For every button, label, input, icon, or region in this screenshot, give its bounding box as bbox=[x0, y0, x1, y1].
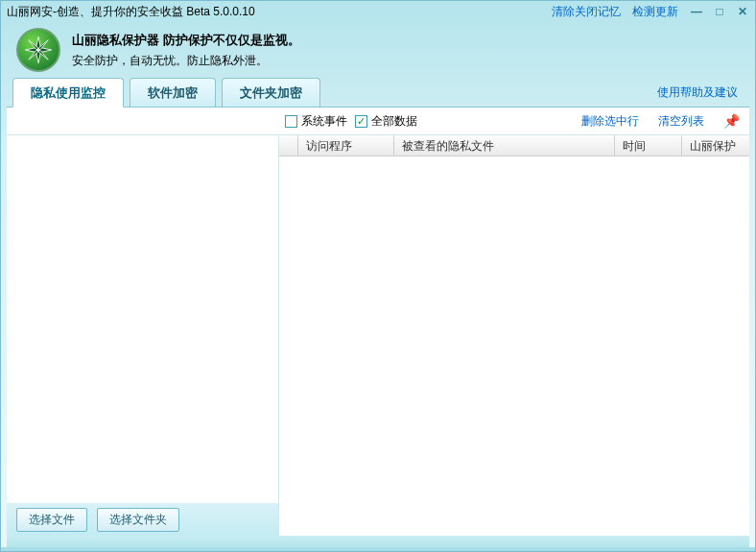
table-header: 访问程序 被查看的隐私文件 时间 山丽保护 bbox=[279, 135, 749, 156]
select-folder-button[interactable]: 选择文件夹 bbox=[97, 508, 179, 532]
help-suggestions-link[interactable]: 使用帮助及建议 bbox=[657, 84, 738, 101]
clear-close-memory-link[interactable]: 清除关闭记忆 bbox=[552, 4, 621, 20]
window-controls: — □ ✕ bbox=[690, 5, 749, 18]
clear-list-link[interactable]: 清空列表 bbox=[658, 113, 704, 130]
left-buttons-bar: 选择文件 选择文件夹 bbox=[7, 503, 278, 536]
maximize-button[interactable]: □ bbox=[713, 5, 726, 18]
minimize-button[interactable]: — bbox=[690, 5, 703, 18]
system-events-label: 系统事件 bbox=[301, 113, 347, 130]
banner: 山丽隐私保护器 防护保护不仅仅是监视。 安全防护，自动无忧。防止隐私外泄。 bbox=[1, 22, 755, 78]
tab-folder-encrypt[interactable]: 文件夹加密 bbox=[222, 78, 320, 107]
close-button[interactable]: ✕ bbox=[736, 5, 749, 18]
titlebar: 山丽网安-创造、提升你的安全收益 Beta 5.0.0.10 清除关闭记忆 检测… bbox=[1, 1, 755, 22]
window-title: 山丽网安-创造、提升你的安全收益 Beta 5.0.0.10 bbox=[7, 4, 255, 20]
app-window: 山丽网安-创造、提升你的安全收益 Beta 5.0.0.10 清除关闭记忆 检测… bbox=[0, 0, 756, 552]
system-events-checkbox[interactable]: 系统事件 bbox=[285, 113, 347, 130]
tab-software-encrypt[interactable]: 软件加密 bbox=[130, 78, 216, 107]
check-update-link[interactable]: 检测更新 bbox=[632, 4, 678, 20]
col-time[interactable]: 时间 bbox=[615, 135, 682, 156]
banner-subline: 安全防护，自动无忧。防止隐私外泄。 bbox=[72, 53, 300, 69]
col-protect[interactable]: 山丽保护 bbox=[682, 135, 749, 156]
checkbox-icon bbox=[285, 115, 297, 128]
app-logo-icon bbox=[16, 28, 60, 72]
col-program[interactable]: 访问程序 bbox=[298, 135, 394, 156]
right-panel: 访问程序 被查看的隐私文件 时间 山丽保护 bbox=[279, 135, 749, 536]
left-panel: 选择文件 选择文件夹 bbox=[7, 135, 279, 536]
tab-privacy-monitor[interactable]: 隐私使用监控 bbox=[12, 78, 124, 108]
footer bbox=[1, 547, 755, 551]
col-blank[interactable] bbox=[279, 135, 298, 156]
all-data-label: 全部数据 bbox=[371, 113, 417, 130]
pin-icon[interactable]: 📌 bbox=[723, 113, 740, 129]
file-tree-area[interactable] bbox=[7, 135, 278, 503]
bottom-strip bbox=[7, 536, 749, 547]
banner-text: 山丽隐私保护器 防护保护不仅仅是监视。 安全防护，自动无忧。防止隐私外泄。 bbox=[72, 32, 300, 69]
all-data-checkbox[interactable]: 全部数据 bbox=[355, 113, 417, 130]
delete-selected-link[interactable]: 删除选中行 bbox=[581, 113, 639, 130]
checkbox-checked-icon bbox=[355, 115, 367, 128]
banner-headline: 山丽隐私保护器 防护保护不仅仅是监视。 bbox=[72, 32, 300, 49]
body-row: 选择文件 选择文件夹 访问程序 被查看的隐私文件 时间 山丽保护 bbox=[7, 134, 749, 536]
col-viewed-file[interactable]: 被查看的隐私文件 bbox=[394, 135, 615, 156]
table-body[interactable] bbox=[279, 156, 749, 536]
content-area: 系统事件 全部数据 删除选中行 清空列表 📌 选择文件 选择文件夹 bbox=[7, 107, 749, 536]
toolbar-row: 系统事件 全部数据 删除选中行 清空列表 📌 bbox=[7, 108, 749, 134]
select-file-button[interactable]: 选择文件 bbox=[16, 508, 87, 532]
tab-row: 隐私使用监控 软件加密 文件夹加密 使用帮助及建议 bbox=[1, 78, 755, 107]
